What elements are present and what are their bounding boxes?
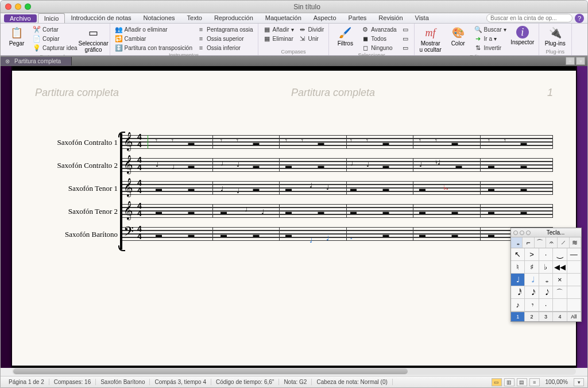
keypad-button[interactable] xyxy=(567,299,581,312)
close-tab-icon[interactable]: ⊗ xyxy=(5,58,11,64)
keypad-button[interactable]: > xyxy=(525,248,539,261)
ossia-below-button[interactable]: ≡Ossia inferior xyxy=(196,43,254,52)
voice-tab[interactable]: 4 xyxy=(553,312,567,321)
zoom-label[interactable]: 100,00% xyxy=(542,379,571,385)
keypad-button[interactable]: — xyxy=(567,248,581,261)
keypad-button[interactable]: ♯ xyxy=(525,261,539,274)
scrollbar-thumb[interactable] xyxy=(13,368,408,374)
tab-inicio[interactable]: Inicio xyxy=(38,13,65,23)
tab-partes[interactable]: Partes xyxy=(343,13,373,23)
staff[interactable]: 𝄞 44 ▬▬ ♩♩▬ ▬♩♩ ▬▬ ▬♭𝅗 ▬▬ xyxy=(121,179,553,198)
tab-vista[interactable]: Vista xyxy=(409,13,435,23)
plugins-button[interactable]: 🔌 Plug-ins xyxy=(543,25,568,48)
keypad-button[interactable]: 𝅗𝅥 xyxy=(525,274,539,286)
transposing-score-button[interactable]: ↕️Partitura con transposición xyxy=(114,43,194,52)
keypad-layout-tab[interactable]: ⌒ xyxy=(535,237,546,248)
select-misc-2[interactable]: ▭ xyxy=(400,34,411,43)
keypad-button[interactable]: × xyxy=(553,274,567,286)
help-icon[interactable]: ? xyxy=(575,14,584,23)
keypad-button[interactable]: 𝅘𝅥𝅮 xyxy=(539,286,553,299)
select-misc-3[interactable]: ▭ xyxy=(400,43,411,52)
cut-button[interactable]: ✂️Cortar xyxy=(32,25,79,34)
keypad-button[interactable]: 𝅝 xyxy=(539,274,553,286)
goto-button[interactable]: ➜Ir a ▾ xyxy=(473,34,508,43)
voice-tab[interactable]: All xyxy=(567,312,581,321)
keypad-layout-tab[interactable]: ⟋ xyxy=(558,237,569,248)
zoom-window-button[interactable] xyxy=(25,3,31,10)
tab-introduccion[interactable]: Introducción de notas xyxy=(65,13,137,23)
select-none-button[interactable]: ◻Ninguno xyxy=(360,43,397,52)
keypad-button[interactable]: 𝅘𝅥𝅰 xyxy=(511,286,525,299)
minimize-icon[interactable] xyxy=(520,231,524,235)
color-button[interactable]: 🎨 Color xyxy=(446,25,471,48)
voice-tab[interactable]: 2 xyxy=(525,312,539,321)
ossia-staff-button[interactable]: ≡Pentagrama ossia xyxy=(196,25,254,34)
add-bars-button[interactable]: ▦Añadir ▾ xyxy=(262,25,295,34)
staff[interactable]: 𝄢 44 ▬▬ ▬▬ ▬♩♩ 𝅗▬ ▬▬ ▬▬ xyxy=(121,225,553,244)
advanced-select-button[interactable]: ⚙Avanzada xyxy=(360,25,397,34)
keypad-panel[interactable]: Tecla... 𝅝 ⌐ ⌒ 𝄐 ⟋ ≋ ↖ > · ‿ — ♮ ♯ ♭ ◀◀ xyxy=(510,228,582,322)
keypad-button[interactable] xyxy=(567,286,581,299)
status-page[interactable]: Página 1 de 2 xyxy=(4,379,49,385)
close-icon[interactable] xyxy=(513,231,518,235)
keypad-titlebar[interactable]: Tecla... xyxy=(511,228,581,237)
flip-button[interactable]: ⇅Invertir xyxy=(473,43,508,52)
keypad-button[interactable]: ↖ xyxy=(511,248,525,261)
voice-tab[interactable]: 3 xyxy=(539,312,553,321)
split-bar-button[interactable]: ⇹Dividir xyxy=(297,25,326,34)
keypad-button[interactable]: ♪ xyxy=(511,299,525,312)
keypad-button[interactable]: 𝅘𝅥𝅯 xyxy=(525,286,539,299)
keypad-button[interactable]: 𝄾 xyxy=(525,299,539,312)
new-tab-button[interactable]: + xyxy=(566,57,575,65)
close-window-button[interactable] xyxy=(5,3,11,10)
add-remove-instrument-button[interactable]: 👥Añadir o eliminar xyxy=(114,25,194,34)
voice-tab[interactable]: 1 xyxy=(511,312,525,321)
ribbon-search-input[interactable] xyxy=(486,14,572,22)
horizontal-scrollbar[interactable] xyxy=(12,368,576,375)
keypad-layout-tab[interactable]: ⌐ xyxy=(523,237,534,248)
keypad-button[interactable]: ‿ xyxy=(553,248,567,261)
tab-texto[interactable]: Texto xyxy=(181,13,208,23)
tab-maquetacion[interactable]: Maquetación xyxy=(260,13,308,23)
tab-reproduccion[interactable]: Reproducción xyxy=(208,13,260,23)
filters-button[interactable]: 🖌️ Filtros xyxy=(332,25,358,48)
keypad-button[interactable] xyxy=(553,299,567,312)
keypad-button-quarter[interactable]: ♩ xyxy=(511,274,525,286)
view-mode-button[interactable]: ▤ xyxy=(517,378,527,386)
minimize-window-button[interactable] xyxy=(15,3,21,10)
tab-aspecto[interactable]: Aspecto xyxy=(308,13,343,23)
staff[interactable]: 𝄞 44 ▬▬ ▬♩♩ ▬▬ ▬▬ ▬▬ ▬▬ xyxy=(121,202,553,221)
tab-menu-button[interactable]: ▾ xyxy=(576,57,585,65)
keypad-button[interactable] xyxy=(567,261,581,274)
staff[interactable]: 𝄞 44 ♩♩▬ ♩♩▬ ▬▬ ♩♩▬ ♩♮♩▬ ▬▬ xyxy=(121,156,553,175)
copy-button[interactable]: 📄Copiar xyxy=(32,34,79,43)
file-menu[interactable]: Archivo xyxy=(4,14,37,22)
delete-bars-button[interactable]: ▦Eliminar xyxy=(262,34,295,43)
doc-tab-full-score[interactable]: ⊗ Partitura completa xyxy=(1,57,72,66)
zoom-icon[interactable] xyxy=(526,231,531,235)
keypad-button[interactable]: · xyxy=(539,248,553,261)
ossia-above-button[interactable]: ≡Ossia superior xyxy=(196,34,254,43)
tab-revision[interactable]: Revisión xyxy=(373,13,409,23)
keypad-button[interactable]: ♭ xyxy=(539,261,553,274)
staff[interactable]: 𝄞 44 𝄾𝄾▬ 𝄾𝄾▬ 𝄾𝄾▬ 𝄾𝄾▬ 𝄾𝄾▬ 𝄾𝄾▬ xyxy=(121,133,553,152)
keypad-layout-tab[interactable]: 𝄐 xyxy=(546,237,558,248)
change-instrument-button[interactable]: 🔁Cambiar xyxy=(114,34,194,43)
select-graphic-button[interactable]: ▭ Seleccionar gráfico xyxy=(81,25,106,54)
keypad-button[interactable]: ⌒ xyxy=(553,286,567,299)
select-misc-1[interactable]: ▭ xyxy=(400,25,411,34)
keypad-layout-tab[interactable]: ≋ xyxy=(570,237,581,248)
tab-notaciones[interactable]: Notaciones xyxy=(138,13,181,23)
view-mode-button[interactable]: ▥ xyxy=(504,378,514,386)
keypad-layout-tab[interactable]: 𝅝 xyxy=(511,237,523,248)
join-bar-button[interactable]: ⇲Unir xyxy=(297,34,326,43)
view-mode-button[interactable]: ▭ xyxy=(492,378,502,386)
inspector-button[interactable]: i Inspector xyxy=(510,25,535,47)
keypad-button[interactable]: ♮ xyxy=(511,261,525,274)
keypad-button[interactable]: ◀◀ xyxy=(553,261,567,274)
keypad-button[interactable]: · xyxy=(539,299,553,312)
show-hide-button[interactable]: mf Mostrar u ocultar xyxy=(418,25,443,54)
zoom-menu-button[interactable]: ▾ xyxy=(574,378,584,386)
keypad-button[interactable] xyxy=(567,274,581,286)
capture-idea-button[interactable]: 💡Capturar idea xyxy=(32,43,79,52)
